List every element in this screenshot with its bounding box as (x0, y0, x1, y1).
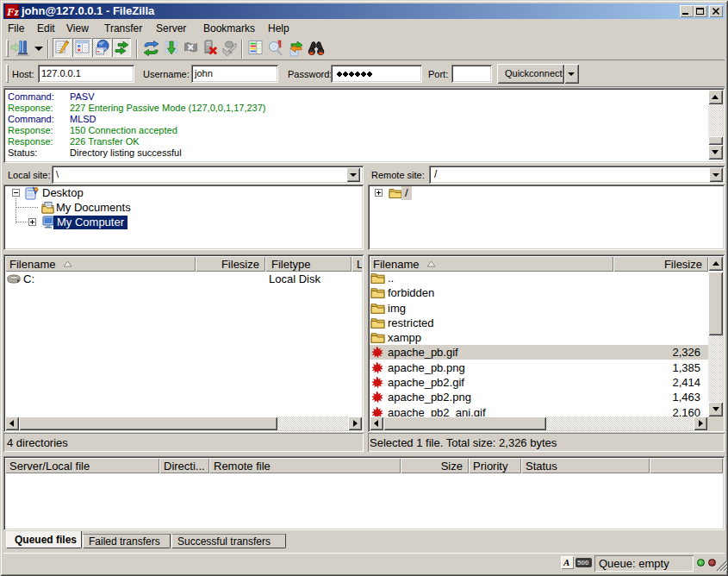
svg-text:Fz: Fz (6, 5, 19, 18)
